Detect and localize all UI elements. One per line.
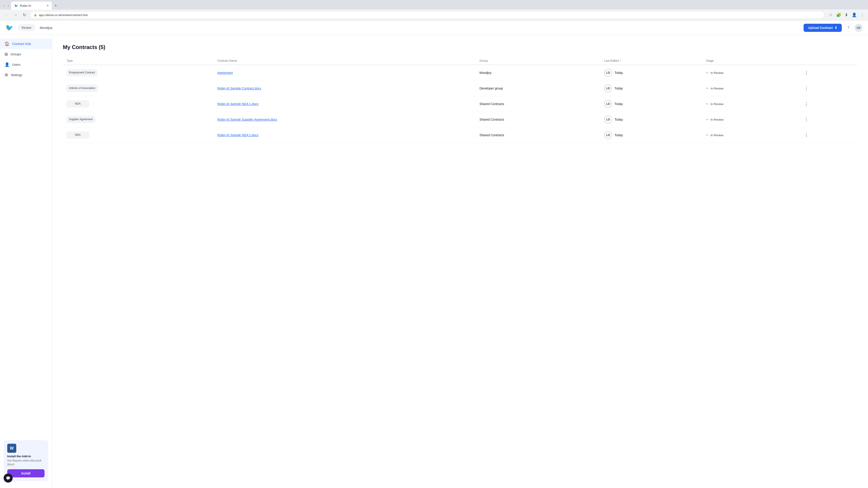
contract-link-0[interactable]: Agreement: [217, 71, 233, 74]
cell-last-edited-4: LD Today: [600, 127, 702, 143]
table-row: Articles of Association Robin AI Sample …: [63, 80, 857, 96]
type-badge-2: NDA: [66, 101, 89, 107]
cell-stage-2: ✏ In Review: [702, 96, 799, 112]
upload-contract-button[interactable]: Upload Contract ⬆: [804, 24, 842, 32]
back-button[interactable]: ←: [3, 11, 10, 19]
edit-icon-4: ✏: [706, 133, 709, 137]
more-options-button-0[interactable]: ⋮: [802, 69, 810, 76]
logo-bird-icon: 🐦: [5, 24, 13, 31]
stage-text-2: In Review: [710, 102, 723, 106]
stage-text-0: In Review: [710, 71, 723, 74]
new-tab-button[interactable]: +: [53, 2, 59, 9]
install-button[interactable]: Install: [7, 469, 44, 477]
cell-group-4: Shared Contracts: [476, 127, 600, 143]
col-type: Type: [63, 57, 214, 65]
sidebar-item-contract-hub[interactable]: 🏠 Contract Hub: [0, 39, 52, 49]
more-options-button-1[interactable]: ⋮: [802, 85, 810, 92]
cell-name-1: Robin AI Sample Contract.docx: [214, 80, 476, 96]
last-edited-text-1: Today: [614, 87, 623, 90]
edit-icon-0: ✏: [706, 71, 709, 74]
last-edited-text-4: Today: [614, 133, 623, 137]
last-edited-text-0: Today: [614, 71, 623, 74]
word-icon: W: [7, 444, 16, 453]
more-options-button-4[interactable]: ⋮: [802, 132, 810, 138]
cell-more-0: ⋮: [799, 65, 857, 80]
cell-type-4: NDA: [63, 127, 214, 143]
download-button[interactable]: ⬇: [844, 11, 849, 18]
contract-link-2[interactable]: Robin AI Sample NDA 1.docx: [217, 102, 258, 106]
avatar-0: LD: [604, 69, 612, 77]
col-last-edited[interactable]: Last Edited ↑: [600, 57, 702, 65]
stage-text-1: In Review: [710, 87, 723, 90]
cell-stage-3: ✏ In Review: [702, 112, 799, 127]
addon-title: Install the Add-in: [7, 455, 44, 458]
groups-icon: ⊞: [4, 52, 8, 57]
app-wrapper: 🐦 Review Moodjoy Upload Contract ⬆ ? LD …: [0, 21, 868, 488]
more-options-button-3[interactable]: ⋮: [802, 116, 810, 123]
tab-favicon: 🐦: [14, 4, 18, 7]
main-content: My Contracts (5) Type Contract Name Grou…: [52, 35, 868, 488]
stage-text-4: In Review: [710, 133, 723, 137]
contract-link-3[interactable]: Robin AI Sample Supplier Agreement.docx: [217, 118, 277, 121]
app-header: 🐦 Review Moodjoy Upload Contract ⬆ ? LD: [0, 21, 868, 35]
cell-name-4: Robin AI Sample NDA 2.docx: [214, 127, 476, 143]
review-button[interactable]: Review: [18, 24, 35, 31]
logo: 🐦: [5, 24, 13, 31]
type-badge-4: NDA: [66, 132, 89, 138]
cell-name-3: Robin AI Sample Supplier Agreement.docx: [214, 112, 476, 127]
avatar-4: LD: [604, 131, 612, 139]
upload-icon: ⬆: [835, 26, 837, 30]
sort-icon: ↑: [620, 59, 621, 62]
col-actions: [799, 57, 857, 65]
nav-bar: ← → ↻ 🔒 app.robinai.co.uk/review/contrac…: [0, 9, 868, 20]
help-button[interactable]: ?: [844, 24, 852, 32]
browser-chrome: ‹ › 🐦 Robin AI × + ← → ↻ 🔒 app.robinai.c…: [0, 0, 868, 21]
edit-icon-2: ✏: [706, 102, 709, 106]
cell-group-3: Shared Contracts: [476, 112, 600, 127]
tab-close-button[interactable]: ×: [46, 4, 49, 8]
tab-back-chevron[interactable]: ‹: [2, 3, 6, 8]
browser-tab-robin[interactable]: 🐦 Robin AI ×: [11, 2, 52, 10]
tab-forward-chevron[interactable]: ›: [6, 3, 10, 8]
more-options-button-2[interactable]: ⋮: [802, 101, 810, 107]
cell-type-0: Employment Contract: [63, 65, 214, 80]
sidebar-item-settings[interactable]: ⚙ Settings: [0, 70, 52, 80]
sidebar-item-label: Users: [12, 63, 21, 66]
cell-stage-1: ✏ In Review: [702, 80, 799, 96]
incognito-button[interactable]: 👤: [851, 11, 858, 18]
cell-name-0: Agreement: [214, 65, 476, 80]
edit-icon-1: ✏: [706, 87, 709, 90]
forward-button[interactable]: →: [12, 11, 19, 19]
chat-icon: 💬: [6, 476, 10, 480]
sidebar-item-users[interactable]: 👤 Users: [0, 59, 52, 70]
addon-desc: Get Reports within Microsoft Word!: [7, 459, 44, 466]
reload-button[interactable]: ↻: [21, 11, 28, 19]
user-avatar[interactable]: LD: [855, 24, 863, 32]
chat-bubble-button[interactable]: 💬: [4, 474, 13, 483]
cell-last-edited-2: LD Today: [600, 96, 702, 112]
contract-link-1[interactable]: Robin AI Sample Contract.docx: [217, 87, 261, 90]
contract-link-4[interactable]: Robin AI Sample NDA 2.docx: [217, 133, 258, 137]
cell-group-2: Shared Contracts: [476, 96, 600, 112]
col-stage: Stage: [702, 57, 799, 65]
address-text: app.robinai.co.uk/review/contract-hub: [39, 13, 88, 17]
bookmark-button[interactable]: ☆: [828, 11, 833, 18]
sidebar-item-groups[interactable]: ⊞ Groups: [0, 49, 52, 59]
table-body: Employment Contract Agreement Moodjoy LD…: [63, 65, 857, 143]
cell-name-2: Robin AI Sample NDA 1.docx: [214, 96, 476, 112]
sidebar-item-label: Contract Hub: [12, 42, 31, 46]
cell-stage-4: ✏ In Review: [702, 127, 799, 143]
cell-more-3: ⋮: [799, 112, 857, 127]
cell-more-1: ⋮: [799, 80, 857, 96]
sidebar-item-label: Settings: [11, 73, 22, 77]
menu-button[interactable]: ⋮: [860, 11, 865, 18]
address-bar[interactable]: 🔒 app.robinai.co.uk/review/contract-hub: [30, 11, 825, 19]
page-title: My Contracts (5): [63, 44, 857, 51]
col-name: Contract Name: [214, 57, 476, 65]
cell-group-1: Developer group: [476, 80, 600, 96]
cell-type-1: Articles of Association: [63, 80, 214, 96]
cell-group-0: Moodjoy: [476, 65, 600, 80]
extensions-button[interactable]: 🧩: [835, 11, 842, 18]
cell-last-edited-1: LD Today: [600, 80, 702, 96]
main-layout: 🏠 Contract Hub ⊞ Groups 👤 Users ⚙ Settin…: [0, 35, 868, 488]
